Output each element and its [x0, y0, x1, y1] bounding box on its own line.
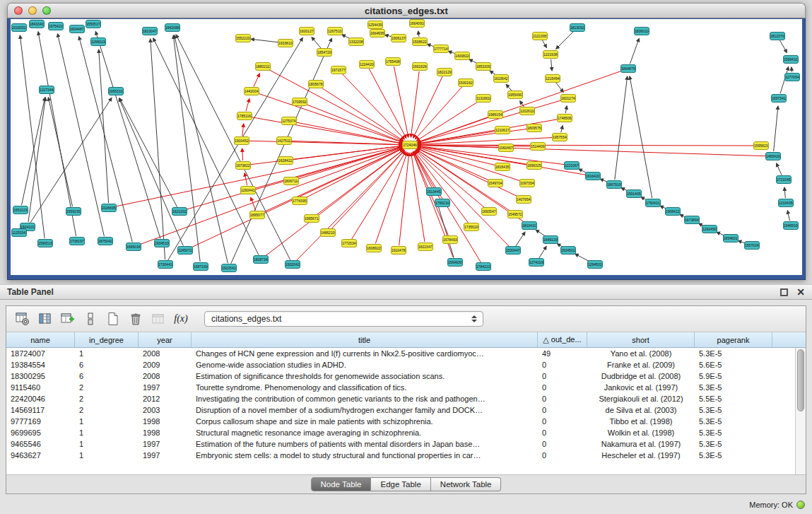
graph-edge[interactable]	[119, 98, 183, 245]
table-row[interactable]: 911546021997Tourette syndrome. Phenomeno…	[6, 382, 795, 393]
graph-node[interactable]: 18346017	[723, 234, 739, 243]
graph-node[interactable]: 19245012	[560, 246, 576, 255]
network-table-select[interactable]: citations_edges.txt	[204, 311, 483, 327]
graph-node[interactable]: 14275112	[276, 136, 292, 145]
column-header-title[interactable]: title	[192, 332, 538, 347]
graph-node[interactable]: 19084221	[665, 207, 681, 216]
graph-node[interactable]: 17743952	[292, 197, 307, 205]
column-header-out_de[interactable]: △ out_de...	[538, 332, 587, 347]
graph-node[interactable]: 10604670	[498, 144, 514, 152]
graph-node[interactable]: 14008224	[454, 52, 470, 60]
graph-node[interactable]: 18547206	[317, 48, 332, 57]
tab-network-table[interactable]: Network Table	[431, 477, 502, 491]
graph-edge[interactable]	[551, 59, 552, 71]
graph-edge[interactable]	[48, 98, 72, 206]
graph-edge[interactable]	[774, 106, 778, 151]
graph-node[interactable]: 18223471	[418, 243, 433, 251]
graph-node[interactable]: 18130924	[570, 23, 585, 32]
graph-node[interactable]: 17504212	[645, 199, 661, 207]
graph-node[interactable]: 15958231	[753, 141, 769, 150]
graph-node[interactable]: 16106421	[493, 74, 509, 83]
table-row[interactable]: 969969511998Structural magnetic resonanc…	[6, 427, 795, 438]
graph-node[interactable]: 12244204	[359, 60, 375, 69]
graph-node[interactable]: 15649307	[447, 258, 463, 267]
graph-edge[interactable]	[231, 38, 332, 264]
graph-edge[interactable]	[99, 49, 109, 203]
graph-node[interactable]: 18950773	[249, 211, 265, 219]
graph-node[interactable]: 19420881	[165, 23, 180, 32]
graph-node[interactable]: 14079543	[516, 195, 531, 204]
graph-node[interactable]: 16212022	[172, 207, 187, 216]
graph-edge[interactable]	[173, 35, 200, 262]
graph-node[interactable]: 16012747	[560, 94, 576, 103]
graph-node[interactable]: 18679197	[606, 180, 622, 189]
graph-node[interactable]: 16738941	[684, 216, 700, 224]
graph-node[interactable]: 17851162	[237, 112, 252, 120]
graph-node[interactable]: 20266950	[101, 204, 117, 212]
graph-edge[interactable]	[375, 152, 407, 243]
graph-edge[interactable]	[399, 153, 409, 245]
graph-node[interactable]: 15570243	[744, 241, 760, 250]
graph-node[interactable]: 16491205	[543, 235, 558, 244]
graph-edge[interactable]	[556, 31, 574, 49]
graph-node[interactable]: 12450722	[177, 246, 193, 255]
graph-edge[interactable]	[251, 197, 256, 210]
graph-edge[interactable]	[787, 211, 789, 221]
graph-edge[interactable]	[417, 148, 491, 181]
graph-node[interactable]: 18433401	[29, 20, 45, 28]
graph-node[interactable]: 11253341	[11, 228, 27, 237]
graph-node[interactable]: 13322085	[348, 37, 364, 46]
graph-node[interactable]: 14420041	[244, 87, 259, 95]
table-row[interactable]: 1938455462009Genome-wide association stu…	[6, 359, 795, 370]
graph-node[interactable]: 20653103	[108, 87, 124, 95]
graph-node[interactable]: 17554084	[385, 57, 401, 66]
graph-node[interactable]: 12945022	[587, 260, 603, 269]
graph-node[interactable]: 16738225	[235, 161, 251, 170]
column-header-in_degree[interactable]: in_degree	[75, 332, 139, 347]
graph-node[interactable]: 19715772	[331, 66, 346, 74]
graph-node[interactable]: 19320415	[285, 260, 300, 269]
graph-edge[interactable]	[57, 34, 104, 236]
graph-node[interactable]: 15086221	[412, 37, 428, 46]
row-tools-button[interactable]	[81, 310, 100, 328]
graph-node[interactable]: 15144091	[530, 142, 546, 151]
graph-edge[interactable]	[21, 98, 45, 205]
column-header-year[interactable]: year	[139, 332, 192, 347]
graph-node[interactable]: 15873304	[193, 262, 208, 271]
graph-node[interactable]: 12544391	[367, 21, 383, 29]
graph-node[interactable]: 16973413	[771, 94, 787, 103]
graph-edge[interactable]	[114, 146, 402, 206]
graph-node-hub[interactable]: 1724046	[402, 141, 418, 149]
column-header-pagerank[interactable]: pagerank	[695, 332, 772, 347]
graph-edge[interactable]	[418, 145, 768, 156]
table-row[interactable]: 1872400712008Changes of HCN gene express…	[6, 348, 795, 359]
graph-node[interactable]: 15905135	[37, 239, 53, 247]
table-row[interactable]: 1456911722003Disruption of a novel membe…	[6, 404, 795, 416]
graph-node[interactable]: 16284221	[278, 156, 293, 165]
graph-node[interactable]: 17095921	[292, 98, 307, 106]
graph-node[interactable]: 19575548	[552, 133, 567, 141]
graph-edge[interactable]	[539, 246, 546, 258]
graph-node[interactable]: 12273442	[39, 86, 54, 94]
graph-node[interactable]: 19061370	[391, 34, 406, 42]
graph-edge[interactable]	[784, 187, 785, 198]
graph-node[interactable]: 17485063	[557, 114, 572, 122]
graph-edge[interactable]	[294, 122, 402, 143]
graph-node[interactable]: 21213957	[532, 32, 548, 40]
graph-edge[interactable]	[561, 126, 563, 133]
graph-node[interactable]: 16164207	[585, 172, 601, 180]
graph-node[interactable]: 16646950	[370, 29, 385, 37]
graph-node[interactable]: 18802113	[255, 62, 271, 71]
import-table-button[interactable]	[149, 310, 167, 328]
graph-edge[interactable]	[555, 83, 563, 93]
graph-node[interactable]: 12741108	[529, 258, 544, 267]
graph-node[interactable]: 17777147	[433, 45, 449, 53]
graph-edge[interactable]	[630, 76, 652, 198]
graph-edge[interactable]	[312, 37, 321, 48]
graph-edge[interactable]	[331, 151, 405, 229]
graph-node[interactable]: 16640910	[409, 19, 425, 28]
graph-edge[interactable]	[305, 104, 403, 142]
graph-edge[interactable]	[542, 40, 546, 47]
memory-status-icon[interactable]	[796, 501, 805, 509]
graph-edge[interactable]	[779, 40, 787, 52]
